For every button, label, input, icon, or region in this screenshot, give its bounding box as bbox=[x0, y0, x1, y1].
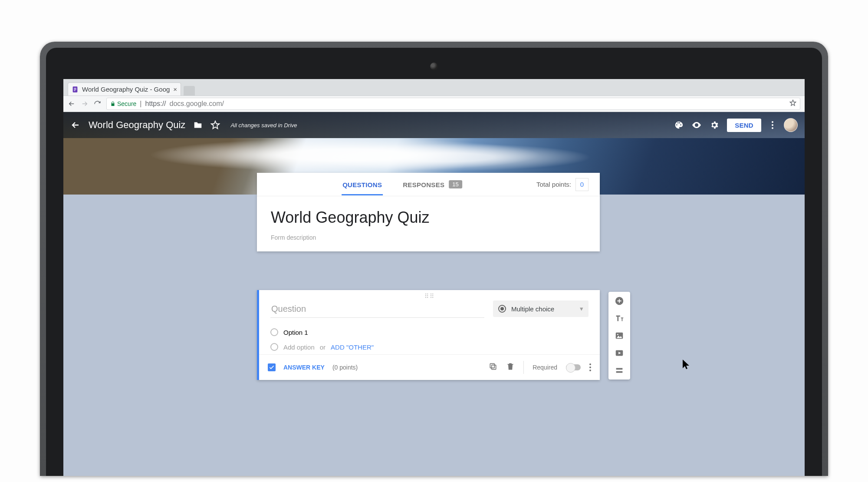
star-icon[interactable] bbox=[210, 120, 220, 130]
answer-key-button[interactable]: ANSWER KEY bbox=[283, 364, 325, 371]
or-label: or bbox=[320, 343, 326, 351]
form-description-input[interactable]: Form description bbox=[271, 234, 586, 241]
browser-toolbar: Secure | https://docs.google.com/ bbox=[63, 96, 805, 112]
save-status: All changes saved in Drive bbox=[230, 122, 297, 129]
laptop-bezel: World Geography Quiz - Goog × bbox=[40, 42, 828, 476]
tab-questions[interactable]: QUESTIONS bbox=[342, 173, 383, 195]
divider bbox=[523, 361, 524, 374]
back-arrow-icon[interactable] bbox=[70, 120, 81, 130]
option-1-text[interactable]: Option 1 bbox=[283, 329, 308, 336]
form-header-card: QUESTIONS RESPONSES 15 Total points: 0 bbox=[257, 173, 600, 251]
tab-responses[interactable]: RESPONSES bbox=[402, 173, 445, 195]
add-image-icon[interactable] bbox=[615, 331, 624, 340]
browser-tab[interactable]: World Geography Quiz - Goog × bbox=[68, 83, 181, 96]
url-prefix: https:// bbox=[145, 100, 166, 108]
required-toggle[interactable] bbox=[566, 364, 581, 370]
delete-trash-icon[interactable] bbox=[506, 362, 515, 373]
app-header: World Geography Quiz All changes saved i… bbox=[63, 112, 805, 138]
svg-rect-1 bbox=[74, 88, 76, 88]
responses-count-chip: 15 bbox=[449, 180, 462, 188]
required-label: Required bbox=[533, 364, 557, 371]
add-option-button[interactable]: Add option bbox=[283, 343, 315, 351]
canvas: QUESTIONS RESPONSES 15 Total points: 0 bbox=[63, 195, 805, 476]
svg-point-8 bbox=[617, 334, 618, 335]
browser-tab-title: World Geography Quiz - Goog bbox=[82, 86, 170, 93]
add-section-icon[interactable] bbox=[615, 366, 624, 375]
drag-handle-icon[interactable]: ⠿⠿ bbox=[424, 290, 435, 298]
forward-icon[interactable] bbox=[81, 100, 89, 108]
add-question-icon[interactable] bbox=[615, 296, 624, 306]
svg-rect-3 bbox=[74, 90, 75, 91]
question-type-label: Multiple choice bbox=[511, 305, 554, 313]
webcam-icon bbox=[430, 63, 438, 70]
preview-eye-icon[interactable] bbox=[691, 120, 702, 130]
lock-icon bbox=[110, 101, 115, 106]
browser-tabstrip: World Geography Quiz - Goog × bbox=[63, 79, 805, 96]
points-text: (0 points) bbox=[332, 364, 358, 371]
settings-gear-icon[interactable] bbox=[710, 120, 719, 130]
more-options-icon[interactable] bbox=[769, 121, 776, 129]
form-title-input[interactable]: World Geography Quiz bbox=[271, 208, 586, 227]
close-tab-icon[interactable]: × bbox=[173, 86, 177, 93]
screen: World Geography Quiz - Goog × bbox=[63, 79, 805, 476]
total-points-value[interactable]: 0 bbox=[575, 178, 589, 191]
svg-rect-4 bbox=[492, 365, 496, 370]
add-video-icon[interactable] bbox=[615, 348, 624, 358]
add-other-button[interactable]: ADD "OTHER" bbox=[331, 343, 374, 351]
send-button[interactable]: SEND bbox=[727, 119, 761, 132]
svg-rect-10 bbox=[616, 368, 623, 370]
reload-icon[interactable] bbox=[94, 100, 101, 108]
question-footer: ANSWER KEY (0 points) Required bbox=[259, 354, 600, 380]
question-type-dropdown[interactable]: Multiple choice ▾ bbox=[493, 300, 589, 317]
radio-icon bbox=[498, 305, 506, 313]
svg-rect-11 bbox=[616, 371, 623, 373]
floating-toolbar bbox=[608, 292, 630, 380]
card-tabs: QUESTIONS RESPONSES 15 Total points: 0 bbox=[257, 173, 600, 196]
address-bar[interactable]: Secure | https://docs.google.com/ bbox=[106, 98, 800, 110]
document-title[interactable]: World Geography Quiz bbox=[89, 119, 185, 131]
avatar[interactable] bbox=[784, 118, 798, 132]
total-points-label: Total points: bbox=[536, 181, 571, 188]
new-tab-button[interactable] bbox=[184, 86, 195, 96]
bookmark-star-icon[interactable] bbox=[789, 99, 796, 108]
svg-rect-2 bbox=[74, 89, 76, 89]
secure-label: Secure bbox=[117, 100, 136, 107]
question-text-input[interactable]: Question bbox=[270, 300, 484, 318]
secure-badge: Secure bbox=[110, 100, 136, 107]
answer-key-checkbox[interactable] bbox=[268, 363, 276, 371]
cursor-icon bbox=[682, 359, 690, 372]
url-rest: docs.google.com/ bbox=[170, 100, 224, 108]
option-row[interactable]: Option 1 bbox=[259, 325, 600, 340]
laptop-inner-bezel: World Geography Quiz - Goog × bbox=[46, 48, 822, 476]
back-icon[interactable] bbox=[68, 100, 76, 108]
folder-icon[interactable] bbox=[193, 120, 203, 130]
duplicate-icon[interactable] bbox=[489, 362, 497, 373]
chevron-down-icon: ▾ bbox=[580, 305, 583, 313]
question-more-icon[interactable] bbox=[589, 363, 591, 371]
forms-favicon-icon bbox=[72, 86, 79, 93]
add-title-text-icon[interactable] bbox=[615, 314, 624, 323]
radio-circle-icon bbox=[270, 343, 278, 351]
question-card: ⠿⠿ Question Multiple choice ▾ Option 1 bbox=[257, 290, 600, 380]
radio-circle-icon bbox=[270, 328, 278, 336]
palette-icon[interactable] bbox=[674, 120, 684, 130]
add-option-row: Add option or ADD "OTHER" bbox=[259, 340, 600, 354]
svg-rect-5 bbox=[490, 363, 495, 368]
